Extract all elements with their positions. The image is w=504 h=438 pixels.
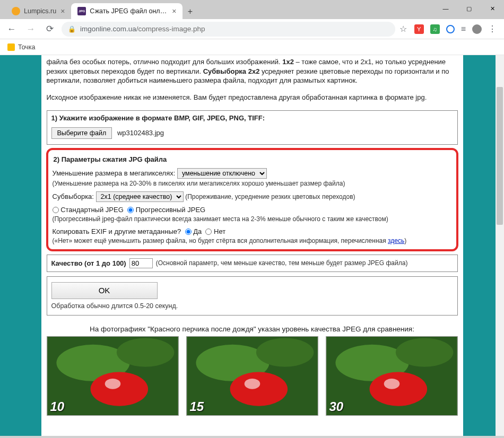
text: ) (404, 237, 406, 244)
megapixel-hint: (Уменьшение размера на 20-30% в пикселях… (53, 180, 345, 187)
tab-imgonline[interactable]: JPG Сжать JPEG файл онлайн - IMG × (71, 3, 183, 19)
subsample-select[interactable]: 2x1 (среднее качество) (96, 191, 184, 202)
url-path: /compress-image.php (136, 25, 205, 33)
scrollbar-track[interactable] (496, 55, 504, 436)
text: («Нет» может ещё уменьшить размер файла,… (53, 237, 388, 244)
scrollbar-thumb[interactable] (497, 87, 503, 225)
maximize-button[interactable]: ▢ (457, 0, 481, 17)
jpeg-standard-label: Стандартный JPEG (60, 206, 124, 214)
window-footer (0, 436, 504, 438)
reload-button[interactable]: ⟳ (42, 22, 57, 37)
megapixel-label: Уменьшение размера в мегапикселях: (53, 169, 176, 177)
selected-filename: wp3102483.jpg (117, 129, 164, 137)
profile-avatar[interactable] (472, 24, 482, 34)
intro-text: файла без особых потерь, отлично подходи… (41, 55, 463, 90)
subsample-hint: (Прореживание, усреднение резких цветовы… (185, 193, 355, 200)
svg-point-2 (116, 338, 174, 366)
jpeg-standard-radio[interactable] (53, 207, 59, 213)
svg-point-8 (230, 372, 288, 406)
svg-point-9 (244, 379, 260, 389)
minimize-button[interactable]: — (434, 0, 457, 17)
svg-point-13 (369, 372, 427, 406)
quality-hint: (Основной параметр, чем меньше качество,… (156, 259, 408, 267)
tab-label: Lumpics.ru (24, 7, 56, 15)
thumbnail: 10 (47, 336, 179, 416)
extension-icon[interactable]: Y (414, 24, 424, 34)
folder-icon (7, 43, 15, 51)
submit-hint: Обработка обычно длится 0.5-20 секунд. (51, 302, 453, 310)
svg-point-4 (105, 379, 120, 389)
extension-icon[interactable] (446, 25, 455, 33)
window-controls: — ▢ ✕ (434, 0, 504, 17)
megapixel-select[interactable]: уменьшение отключено (177, 168, 267, 179)
reading-list-icon[interactable]: ≡ (461, 24, 466, 34)
exif-label: Копировать EXIF и другие метаданные? (53, 227, 181, 235)
close-window-button[interactable]: ✕ (481, 0, 504, 17)
tab-label: Сжать JPEG файл онлайн - IMG (90, 7, 168, 15)
tab-strip: Lumpics.ru × JPG Сжать JPEG файл онлайн … (0, 0, 197, 19)
step1-title: 1) Укажите изображение в формате BMP, GI… (47, 111, 457, 125)
jpeg-progressive-radio[interactable] (127, 207, 134, 213)
quality-input[interactable] (129, 258, 153, 268)
page-content: файла без особых потерь, отлично подходи… (41, 55, 463, 436)
bookmark-folder[interactable]: Точка (18, 43, 36, 51)
text: 1x2 (282, 58, 294, 66)
step1-block: 1) Укажите изображение в формате BMP, GI… (47, 110, 458, 145)
exif-hint: («Нет» может ещё уменьшить размер файла,… (53, 237, 407, 244)
close-icon[interactable]: × (60, 7, 65, 15)
exif-no-label: Нет (214, 227, 225, 235)
jpeg-hint: (Прогрессивный jpeg-файл практически все… (53, 215, 388, 223)
page-viewport: файла без особых потерь, отлично подходи… (0, 55, 504, 436)
quality-block: Качество (от 1 до 100) (Основной парамет… (47, 255, 458, 272)
address-bar: ← → ⟳ 🔒 imgonline.com.ua/compress-image.… (0, 19, 504, 39)
forward-button[interactable]: → (23, 22, 38, 37)
thumbnail: 15 (186, 336, 318, 416)
step2-block: 2) Параметры сжатия JPG файла Уменьшение… (46, 148, 458, 251)
text: Субвыборка 2x2 (203, 67, 260, 75)
favicon-icon: JPG (77, 7, 86, 15)
thumbnail: 30 (326, 336, 458, 416)
svg-point-3 (90, 372, 148, 406)
exif-here-link[interactable]: здесь (388, 237, 404, 244)
exif-no-radio[interactable] (205, 229, 212, 235)
lock-icon: 🔒 (68, 25, 76, 33)
choose-file-button[interactable]: Выберите файл (51, 127, 112, 139)
window-titlebar: Lumpics.ru × JPG Сжать JPEG файл онлайн … (0, 0, 504, 19)
quality-badge: 15 (190, 399, 204, 414)
svg-point-12 (395, 338, 453, 366)
exif-yes-label: Да (193, 227, 202, 235)
intro-text-2: Исходное изображение никак не изменяется… (41, 90, 463, 109)
quality-label: Качество (от 1 до 100) (51, 259, 126, 267)
subsample-label: Субвыборка: (53, 192, 94, 200)
ok-button[interactable]: OK (51, 282, 158, 299)
quality-badge: 10 (50, 399, 65, 414)
close-icon[interactable]: × (172, 7, 176, 15)
url-domain: imgonline.com.ua (80, 25, 136, 33)
tab-lumpics[interactable]: Lumpics.ru × (5, 3, 71, 19)
star-icon[interactable]: ☆ (399, 24, 407, 34)
favicon-icon (12, 7, 20, 15)
bookmarks-bar: Точка (0, 39, 504, 55)
jpeg-progressive-label: Прогрессивный JPEG (136, 206, 206, 214)
svg-point-14 (384, 379, 399, 389)
extension-icons: Y ♫ ≡ ⋮ (411, 24, 500, 34)
extension-icon[interactable]: ♫ (430, 24, 440, 34)
submit-block: OK Обработка обычно длится 0.5-20 секунд… (47, 276, 458, 316)
quality-badge: 30 (329, 399, 344, 414)
compare-title: На фотографиях "Красного перчика после д… (41, 320, 463, 333)
url-input[interactable]: 🔒 imgonline.com.ua/compress-image.php (62, 22, 395, 37)
thumbnail-row: 10 15 30 (41, 333, 463, 419)
text: файла без особых потерь, отлично подходи… (47, 58, 283, 66)
back-button[interactable]: ← (4, 22, 19, 37)
svg-point-7 (256, 338, 314, 366)
exif-yes-radio[interactable] (185, 229, 192, 235)
step2-title: 2) Параметры сжатия JPG файла (49, 152, 455, 167)
new-tab-button[interactable]: + (183, 4, 197, 19)
menu-icon[interactable]: ⋮ (488, 24, 497, 34)
